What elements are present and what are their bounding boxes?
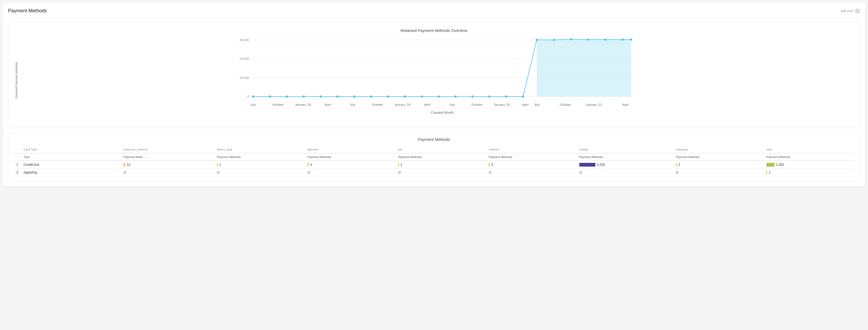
col-visa-header: visa (764, 146, 854, 153)
cell-value: 1 (401, 163, 402, 167)
cell-value: 1 (219, 163, 221, 167)
cell-jcb: 1 (395, 161, 486, 169)
table-section: Payment Methods Card Type › american_exp… (8, 132, 860, 181)
cell-value: 3 (491, 163, 493, 167)
svg-point-17 (387, 95, 389, 98)
col-american-express-header: american_express (121, 146, 214, 153)
table-row: 1CreditCard1414134,23621,282 (14, 161, 854, 169)
svg-point-24 (505, 95, 507, 98)
svg-point-16 (370, 95, 372, 98)
svg-point-21 (454, 95, 457, 98)
svg-point-13 (319, 95, 322, 98)
cell-jcb: ∅ (395, 169, 486, 177)
y-axis-label: Retained Payment Methods (15, 37, 18, 124)
cell-discover: ∅ (305, 169, 395, 177)
svg-text:July: July (350, 103, 355, 106)
row-num-sub-header (14, 153, 21, 161)
chart-title: Retained Payment Methods Overtime (15, 28, 853, 33)
col-discover-header: discover (305, 146, 395, 153)
cell-diners_club: 1 (214, 161, 305, 169)
svg-text:Created Month: Created Month (431, 111, 454, 115)
cell-value: 4 (310, 163, 312, 167)
timestamp: just now (841, 9, 853, 13)
diners-sub: Payment Methods (214, 153, 305, 161)
svg-text:30,000: 30,000 (239, 38, 249, 41)
svg-text:October: October (560, 103, 571, 106)
table-sub-header: Type Payment Meth... ⌄ Payment Methods P… (14, 153, 854, 161)
table-row: 2ApplePay∅∅∅∅∅∅∅1 (14, 169, 854, 177)
svg-point-28 (570, 38, 572, 40)
col-master-header: master (577, 146, 673, 153)
cell-value: 4,236 (597, 163, 605, 167)
svg-text:January '21: January '21 (586, 103, 602, 106)
svg-point-20 (437, 95, 440, 98)
svg-text:July: July (250, 103, 256, 106)
cell-visa: 1,282 (764, 161, 854, 169)
cell-unionpay: 2 (673, 161, 764, 169)
american-express-sub: Payment Meth... ⌄ (121, 153, 214, 161)
svg-point-14 (336, 95, 339, 98)
cell-discover: 4 (305, 161, 395, 169)
svg-text:January '19: January '19 (394, 103, 410, 106)
svg-text:October: October (372, 103, 383, 106)
cell-american_express: ∅ (121, 169, 214, 177)
svg-point-12 (303, 95, 305, 98)
svg-text:April: April (622, 103, 628, 106)
svg-text:April: April (522, 103, 528, 106)
svg-point-22 (471, 95, 474, 98)
svg-text:July: July (534, 103, 539, 106)
row-number: 2 (14, 169, 21, 177)
svg-text:October: October (272, 103, 284, 106)
cell-american_express: 14 (121, 161, 214, 169)
svg-point-30 (604, 38, 607, 41)
svg-point-18 (404, 95, 406, 98)
svg-text:October: October (471, 103, 483, 106)
svg-text:April: April (424, 103, 430, 106)
cell-value: 2 (678, 163, 680, 167)
page-title: Payment Methods (8, 8, 47, 14)
svg-point-31 (621, 38, 624, 41)
svg-point-15 (353, 95, 356, 98)
svg-point-26 (536, 39, 538, 41)
table-header-group: Card Type › american_express diners_club… (14, 146, 854, 153)
svg-text:20,000: 20,000 (239, 57, 249, 60)
svg-point-29 (587, 38, 589, 41)
svg-text:January '18: January '18 (295, 103, 311, 106)
col-diners-club-header: diners_club (214, 146, 305, 153)
svg-text:July: July (449, 103, 455, 106)
jcb-sub: Payment Methods (395, 153, 486, 161)
maestro-sub: Payment Methods (486, 153, 577, 161)
header-right: just now (841, 8, 860, 13)
card-type-header: Card Type › (21, 146, 121, 153)
svg-text:April: April (324, 103, 331, 106)
cell-diners_club: ∅ (214, 169, 305, 177)
chart-svg: 30,000 20,000 10,000 0 (20, 37, 853, 123)
cell-unionpay: ∅ (673, 169, 764, 177)
gear-icon[interactable] (855, 8, 860, 13)
row-type: ApplePay (21, 169, 121, 177)
col-unionpay-header: unionpay (673, 146, 764, 153)
svg-text:January '20: January '20 (494, 103, 510, 106)
chart-inner: 30,000 20,000 10,000 0 (20, 37, 853, 124)
table-title: Payment Methods (14, 137, 854, 142)
cell-value: 14 (127, 163, 130, 167)
row-number: 1 (14, 161, 21, 169)
chart-section: Retained Payment Methods Overtime Retain… (8, 23, 860, 127)
svg-point-9 (252, 95, 254, 98)
svg-point-10 (269, 95, 271, 98)
cell-master: ∅ (577, 169, 673, 177)
svg-point-19 (421, 95, 423, 98)
svg-point-11 (286, 95, 288, 98)
visa-sub: Payment Methods (764, 153, 854, 161)
svg-point-23 (488, 95, 491, 98)
page-header: Payment Methods just now (8, 8, 860, 18)
svg-point-27 (553, 39, 555, 41)
sort-icon-amex: ⌄ (146, 156, 148, 158)
cell-value: 1,282 (776, 163, 784, 167)
row-type: CreditCard (21, 161, 121, 169)
cell-value: 1 (769, 171, 771, 174)
svg-point-25 (522, 95, 524, 98)
svg-text:10,000: 10,000 (239, 76, 249, 80)
chevron-right-icon: › (38, 148, 39, 151)
cell-maestro: 3 (486, 161, 577, 169)
